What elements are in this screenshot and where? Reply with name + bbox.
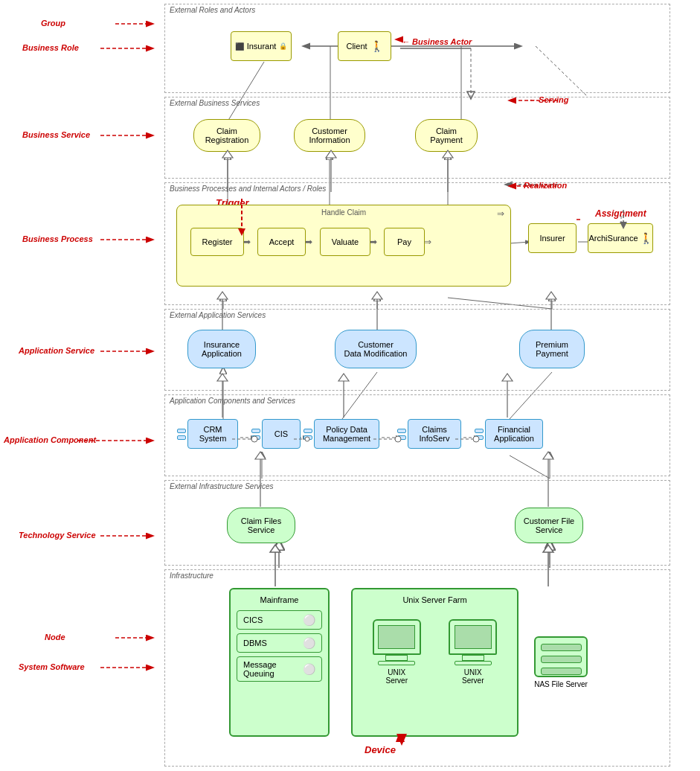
node-unix-server-farm[interactable]: Unix Server Farm UNIXServer UNIXServer bbox=[351, 588, 518, 737]
node-insurant[interactable]: ⬛ Insurant 🔒 bbox=[231, 31, 292, 61]
node-claim-registration[interactable]: ClaimRegistration bbox=[193, 119, 260, 152]
label-ext-app-services: External Application Services bbox=[170, 311, 266, 319]
node-handle-claim: Handle Claim ⇒ Register ➡ Accept ➡ Valua… bbox=[176, 205, 511, 287]
node-archisurance[interactable]: ArchiSurance 🚶 bbox=[588, 223, 653, 253]
node-claim-payment[interactable]: ClaimPayment bbox=[415, 119, 478, 152]
dbms-label: DBMS bbox=[243, 639, 267, 647]
node-mainframe[interactable]: Mainframe CICS ⚪ DBMS ⚪ MessageQueuing ⚪ bbox=[229, 588, 330, 737]
node-unix-server1[interactable]: UNIXServer bbox=[373, 619, 421, 685]
message-queuing-label: MessageQueuing bbox=[243, 660, 277, 678]
claim-payment-label: ClaimPayment bbox=[430, 127, 462, 144]
node-insurer[interactable]: Insurer bbox=[528, 223, 577, 253]
node-claim-files-service[interactable]: Claim FilesService bbox=[227, 508, 295, 543]
node-insurance-application[interactable]: InsuranceApplication bbox=[187, 330, 256, 368]
legend-tech-service: Technology Service bbox=[19, 531, 96, 540]
legend-app-component: Application Component bbox=[4, 435, 96, 444]
accept-label: Accept bbox=[269, 237, 295, 246]
legend-business-role: Business Role bbox=[22, 43, 79, 52]
node-cics[interactable]: CICS ⚪ bbox=[237, 610, 322, 630]
node-valuate[interactable]: Valuate ➡ bbox=[320, 228, 370, 256]
node-cis[interactable]: CIS bbox=[251, 419, 301, 449]
policy-data-label: Policy DataManagement bbox=[323, 425, 370, 443]
node-financial-app[interactable]: FinancialApplication bbox=[475, 419, 543, 449]
label-assignment: Assignment bbox=[595, 208, 646, 219]
node-nas-file-server[interactable]: NAS File Server bbox=[534, 636, 588, 688]
premium-payment-label: PremiumPayment bbox=[536, 340, 568, 358]
insurant-label: Insurant bbox=[247, 42, 277, 51]
node-customer-file-service[interactable]: Customer FileService bbox=[515, 508, 583, 543]
label-device: Device bbox=[365, 744, 396, 755]
cics-label: CICS bbox=[243, 615, 263, 624]
label-serving: ← Serving bbox=[528, 95, 568, 104]
legend-group: Group bbox=[41, 19, 65, 28]
mainframe-label: Mainframe bbox=[237, 595, 322, 604]
legend-sys-software: System Software bbox=[19, 662, 85, 671]
label-ext-biz-services: External Business Services bbox=[170, 99, 260, 107]
node-client[interactable]: Client 🚶 bbox=[338, 31, 391, 61]
node-dbms[interactable]: DBMS ⚪ bbox=[237, 633, 322, 653]
unix-server2-label: UNIXServer bbox=[462, 668, 484, 685]
pay-label: Pay bbox=[397, 237, 411, 246]
claim-files-service-label: Claim FilesService bbox=[241, 516, 281, 534]
claim-registration-label: ClaimRegistration bbox=[205, 127, 249, 144]
customer-file-service-label: Customer FileService bbox=[524, 516, 574, 534]
legend-node: Node bbox=[45, 633, 65, 642]
unix-server1-label: UNIXServer bbox=[386, 668, 408, 685]
register-label: Register bbox=[202, 237, 233, 246]
label-app-components: Application Components and Services bbox=[170, 397, 295, 405]
customer-information-label: CustomerInformation bbox=[309, 127, 350, 144]
node-policy-data-mgmt[interactable]: Policy DataManagement bbox=[304, 419, 379, 449]
label-business-actor: ← Business Actor bbox=[402, 37, 472, 46]
node-unix-server2[interactable]: UNIXServer bbox=[449, 619, 497, 685]
label-infrastructure: Infrastructure bbox=[170, 572, 213, 580]
customer-data-mod-label: CustomerData Modification bbox=[344, 340, 408, 358]
label-ext-infra: External Infrastructure Services bbox=[170, 482, 274, 490]
valuate-label: Valuate bbox=[332, 237, 359, 246]
label-external-roles: External Roles and Actors bbox=[170, 6, 255, 14]
node-pay[interactable]: Pay ⇒ bbox=[384, 228, 425, 256]
archisurance-label: ArchiSurance bbox=[588, 234, 638, 243]
cis-label: CIS bbox=[274, 429, 288, 438]
client-label: Client bbox=[346, 42, 367, 51]
node-message-queuing[interactable]: MessageQueuing ⚪ bbox=[237, 656, 322, 682]
node-customer-information[interactable]: CustomerInformation bbox=[294, 119, 365, 152]
claims-infoserv-label: ClaimsInfoServ bbox=[420, 425, 450, 443]
node-premium-payment[interactable]: PremiumPayment bbox=[519, 330, 585, 368]
legend-business-service: Business Service bbox=[22, 130, 90, 139]
node-crm-system[interactable]: CRMSystem bbox=[177, 419, 238, 449]
diagram-container: External Roles and Actors External Busin… bbox=[0, 0, 700, 771]
unix-server-farm-label: Unix Server Farm bbox=[359, 595, 511, 604]
insurer-label: Insurer bbox=[539, 234, 565, 243]
node-claims-infoserv[interactable]: ClaimsInfoServ bbox=[397, 419, 461, 449]
crm-system-label: CRMSystem bbox=[199, 425, 227, 443]
node-accept[interactable]: Accept ➡ bbox=[257, 228, 306, 256]
label-realization: ← Realization bbox=[513, 181, 567, 190]
label-biz-processes: Business Processes and Internal Actors /… bbox=[170, 185, 326, 193]
legend-app-service: Application Service bbox=[19, 346, 94, 355]
node-register[interactable]: Register ➡ bbox=[190, 228, 244, 256]
insurance-application-label: InsuranceApplication bbox=[202, 340, 242, 358]
node-customer-data-mod[interactable]: CustomerData Modification bbox=[335, 330, 417, 368]
legend-business-process: Business Process bbox=[22, 234, 93, 243]
financial-app-label: FinancialApplication bbox=[494, 425, 534, 443]
nas-file-server-label: NAS File Server bbox=[534, 680, 588, 688]
